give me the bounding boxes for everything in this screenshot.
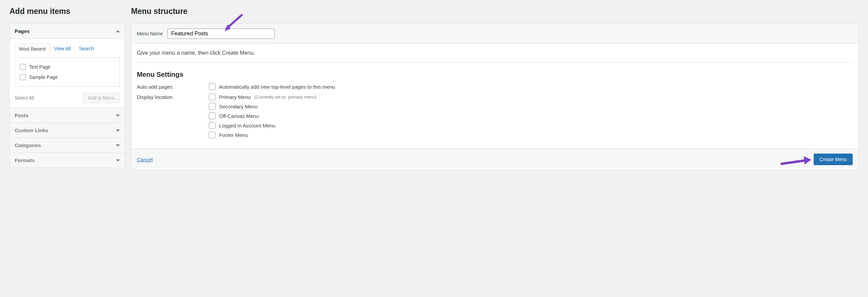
page-item-label: Test Page bbox=[29, 64, 50, 70]
menu-structure-heading: Menu structure bbox=[131, 7, 858, 16]
checkbox-icon[interactable] bbox=[209, 93, 216, 100]
option-label: Automatically add new top-level pages to… bbox=[219, 84, 335, 90]
location-option-offcanvas[interactable]: Off-Canvas Menu bbox=[209, 112, 317, 119]
menu-structure-box: Menu Name Give your menu a name, then cl… bbox=[131, 23, 858, 170]
pages-tabs: Most Recent View All Search bbox=[15, 43, 120, 54]
checkbox-icon[interactable] bbox=[20, 64, 26, 70]
instructions-text: Give your menu a name, then click Create… bbox=[131, 44, 858, 62]
location-option-loggedin[interactable]: Logged In Account Menu bbox=[209, 122, 317, 129]
option-label: Logged In Account Menu bbox=[219, 123, 275, 128]
page-item[interactable]: Test Page bbox=[20, 62, 115, 72]
caret-down-icon bbox=[116, 115, 120, 117]
caret-down-icon bbox=[116, 144, 120, 146]
tab-most-recent[interactable]: Most Recent bbox=[15, 43, 50, 54]
display-location-options: Primary Menu (Currently set to: primary … bbox=[209, 93, 317, 138]
accordion-pages-container: Pages Most Recent View All Search Test P… bbox=[10, 23, 125, 168]
option-label: Primary Menu bbox=[219, 94, 251, 100]
accordion-formats-header[interactable]: Formats bbox=[10, 153, 125, 168]
location-option-primary[interactable]: Primary Menu (Currently set to: primary … bbox=[209, 93, 317, 100]
checkbox-icon[interactable] bbox=[209, 132, 216, 138]
checkbox-icon[interactable] bbox=[20, 74, 26, 80]
auto-add-label: Auto add pages bbox=[137, 83, 209, 90]
option-note: (Currently set to: primary menu) bbox=[254, 94, 317, 100]
add-items-heading: Add menu items bbox=[10, 7, 125, 16]
add-to-menu-button[interactable]: Add to Menu bbox=[83, 93, 120, 103]
menu-name-input[interactable] bbox=[167, 29, 275, 39]
location-option-footer[interactable]: Footer Menu bbox=[209, 132, 317, 138]
checkbox-icon[interactable] bbox=[209, 112, 216, 119]
auto-add-option[interactable]: Automatically add new top-level pages to… bbox=[209, 83, 335, 90]
caret-down-icon bbox=[116, 129, 120, 132]
accordion-title: Formats bbox=[15, 157, 35, 163]
location-option-secondary[interactable]: Secondary Menu bbox=[209, 103, 317, 110]
checkbox-icon[interactable] bbox=[209, 103, 216, 110]
page-list: Test Page Sample Page bbox=[15, 57, 120, 87]
accordion-pages-header[interactable]: Pages bbox=[10, 24, 125, 39]
tab-view-all[interactable]: View All bbox=[50, 43, 75, 54]
accordion-categories-header[interactable]: Categories bbox=[10, 138, 125, 153]
option-label: Secondary Menu bbox=[219, 104, 257, 109]
accordion-title: Categories bbox=[15, 142, 41, 148]
create-menu-button[interactable]: Create Menu bbox=[814, 154, 853, 165]
tab-search[interactable]: Search bbox=[75, 43, 98, 54]
page-item[interactable]: Sample Page bbox=[20, 72, 115, 82]
menu-name-label: Menu Name bbox=[137, 31, 163, 36]
option-label: Footer Menu bbox=[219, 132, 248, 138]
accordion-custom-links-header[interactable]: Custom Links bbox=[10, 123, 125, 138]
display-location-label: Display location bbox=[137, 93, 209, 100]
accordion-title: Posts bbox=[15, 112, 29, 118]
accordion-title: Custom Links bbox=[15, 127, 48, 133]
checkbox-icon[interactable] bbox=[209, 122, 216, 129]
select-all-link[interactable]: Select All bbox=[15, 95, 34, 101]
caret-down-icon bbox=[116, 159, 120, 161]
accordion-pages-title: Pages bbox=[15, 28, 30, 34]
page-item-label: Sample Page bbox=[29, 74, 58, 80]
accordion-pages-body: Most Recent View All Search Test Page Sa… bbox=[10, 39, 125, 108]
checkbox-icon[interactable] bbox=[209, 83, 216, 90]
menu-name-row: Menu Name bbox=[131, 24, 858, 44]
caret-up-icon bbox=[116, 30, 120, 32]
cancel-link[interactable]: Cancel bbox=[137, 157, 153, 162]
option-label: Off-Canvas Menu bbox=[219, 113, 259, 119]
accordion-posts-header[interactable]: Posts bbox=[10, 108, 125, 123]
menu-settings-heading: Menu Settings bbox=[137, 71, 853, 78]
